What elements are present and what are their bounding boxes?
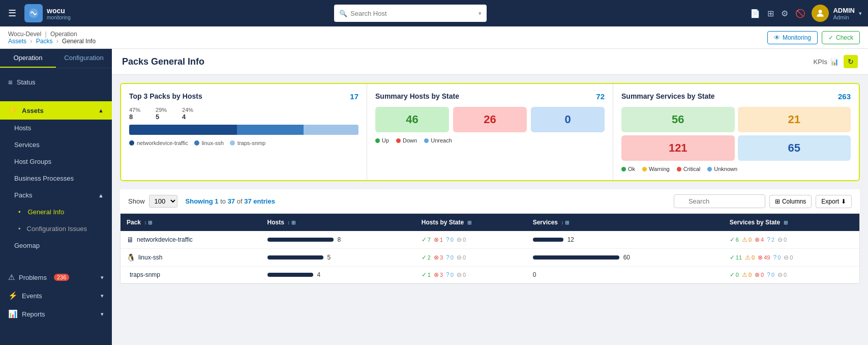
layout-icon[interactable]: ⊞ xyxy=(767,9,774,18)
dot-unknown xyxy=(707,167,712,171)
card3-title: Summary Services by State 263 xyxy=(621,92,851,101)
card-hosts-state: Summary Hosts by State 72 46 26 0 Up Dow… xyxy=(367,84,613,180)
legend-ok: Ok xyxy=(621,166,635,172)
sidebar-item-reports[interactable]: 📊 Reports ▾ xyxy=(0,305,112,323)
breadcrumb-assets[interactable]: Assets xyxy=(8,38,26,45)
cell-services: 60 xyxy=(527,249,724,267)
user-avatar xyxy=(812,5,829,22)
svc-warn-status: ⚠ 0 xyxy=(742,271,752,278)
search-host-bar[interactable]: 🔍 ▾ xyxy=(334,5,487,22)
check-button[interactable]: ✓ Check xyxy=(822,31,860,44)
sidebar-item-problems[interactable]: ⚠ Problems 236 ▾ xyxy=(0,268,112,286)
hosts-down-status: ⊗ 3 xyxy=(434,254,443,261)
monitoring-icon: 👁 xyxy=(774,34,780,41)
user-area[interactable]: ADMIN Admin ▾ xyxy=(812,5,862,22)
cell-pack-name: 🐧 linux-ssh xyxy=(121,249,261,267)
refresh-button[interactable]: ↻ xyxy=(844,55,858,68)
main-content: Packs General Info KPIs 📊 ↻ Top 3 Packs … xyxy=(112,49,868,345)
cell-hosts-state: ✓ 2 ⊗ 3 ? 0 ⊖ 0 xyxy=(415,249,527,267)
cell-services-state: ✓ 11 ⚠ 0 ⊗ 49 ? 0 ⊖ 0 xyxy=(724,249,859,267)
export-button[interactable]: Export ⬇ xyxy=(816,195,852,208)
hosts-progress-bar xyxy=(267,273,313,277)
svc-na-status: ⊖ 0 xyxy=(784,254,793,261)
sidebar-item-config-issues[interactable]: • Configuration Issues xyxy=(0,220,112,237)
cell-hosts: 8 xyxy=(261,231,415,249)
cell-hosts: 4 xyxy=(261,267,415,283)
content-header: Packs General Info KPIs 📊 ↻ xyxy=(112,49,868,75)
alert-icon[interactable]: 🚫 xyxy=(795,9,805,18)
hosts-progress-bar xyxy=(267,238,334,242)
cell-pack-name: traps-snmp xyxy=(121,267,261,283)
check-icon: ✓ xyxy=(828,34,833,41)
col-hosts[interactable]: Hosts ↕ ⊞ xyxy=(261,214,415,231)
tab-operation[interactable]: Operation xyxy=(0,49,56,68)
pack-icon: 🖥 xyxy=(127,236,134,244)
sidebar-item-geomap[interactable]: Geomap xyxy=(0,237,112,254)
bar-seg-1 xyxy=(129,125,237,135)
svc-progress-bar xyxy=(533,255,619,260)
svc-unk-status: ? 0 xyxy=(773,254,781,261)
columns-icon: ⊞ xyxy=(775,198,780,205)
packs-bar-chart xyxy=(129,125,358,135)
cell-hosts: 5 xyxy=(261,249,415,267)
document-icon[interactable]: 📄 xyxy=(750,9,760,18)
breadcrumb-packs[interactable]: Packs xyxy=(36,38,53,45)
search-host-input[interactable] xyxy=(350,10,475,17)
col-services[interactable]: Services ↕ ⊞ xyxy=(527,214,724,231)
svc-na-status: ⊖ 0 xyxy=(777,271,787,278)
search-chevron-icon[interactable]: ▾ xyxy=(478,10,482,17)
legend-down: Down xyxy=(396,137,417,143)
dot-warning xyxy=(642,167,647,171)
gear-icon[interactable]: ⚙ xyxy=(781,9,788,18)
user-info: ADMIN Admin xyxy=(833,7,855,20)
monitoring-button[interactable]: 👁 Monitoring xyxy=(767,31,818,44)
show-select: Show 100 50 25 xyxy=(128,195,177,208)
tab-configuration[interactable]: Configuration xyxy=(56,49,112,68)
legend-item-1: networkdevice-traffic xyxy=(129,140,188,146)
reports-icon: 📊 xyxy=(8,309,18,319)
sidebar-item-services[interactable]: Services xyxy=(0,136,112,153)
legend-unreach: Unreach xyxy=(424,137,452,143)
svc-ok-status: ✓ 11 xyxy=(730,254,742,261)
hosts-progress-bar xyxy=(267,255,323,260)
packs-chevron-icon: ▲ xyxy=(98,192,104,198)
sidebar-tabs: Operation Configuration xyxy=(0,49,112,68)
data-table-wrap: Pack ↕ ⊞ Hosts ↕ ⊞ Hosts by State ⊞ Se xyxy=(120,214,860,284)
card2-title: Summary Hosts by State 72 xyxy=(375,92,605,101)
svc-ok-card: 56 xyxy=(621,107,735,132)
bar-seg-2 xyxy=(237,125,304,135)
kpis-button[interactable]: KPIs 📊 xyxy=(814,58,839,66)
hosts-ok-status: ✓ 1 xyxy=(422,271,431,278)
hosts-na-status: ⊖ 0 xyxy=(457,254,466,261)
sidebar-item-business-processes[interactable]: Business Processes xyxy=(0,170,112,187)
show-entries-select[interactable]: 100 50 25 xyxy=(149,195,177,208)
sidebar-item-hosts[interactable]: Hosts xyxy=(0,120,112,136)
table-row: 🐧 linux-ssh 5 ✓ 2 ⊗ 3 ? 0 xyxy=(121,249,859,267)
hosts-state-legend: Up Down Unreach xyxy=(375,137,605,143)
sidebar-item-assets[interactable]: ⚡ Assets ▲ xyxy=(0,101,112,120)
hamburger-button[interactable]: ☰ xyxy=(6,6,18,21)
table-search-input[interactable] xyxy=(674,194,765,208)
sidebar-item-packs[interactable]: Packs ▲ xyxy=(0,187,112,204)
events-chevron-icon: ▾ xyxy=(101,293,104,299)
col-services-state[interactable]: Services by State ⊞ xyxy=(724,214,859,231)
hosts-down-card: 26 xyxy=(453,107,527,132)
packs-table: Pack ↕ ⊞ Hosts ↕ ⊞ Hosts by State ⊞ Se xyxy=(121,214,859,283)
sidebar-item-general-info[interactable]: General Info xyxy=(0,204,112,220)
user-chevron-icon[interactable]: ▾ xyxy=(859,10,862,17)
legend-warning: Warning xyxy=(642,166,670,172)
card-services-state: Summary Services by State 263 56 21 121 … xyxy=(613,84,859,180)
breadcrumb-general-info: General Info xyxy=(62,38,96,45)
export-icon: ⬇ xyxy=(841,198,846,205)
columns-button[interactable]: ⊞ Columns xyxy=(769,195,812,208)
bar-legend: networkdevice-traffic linux-ssh traps-sn… xyxy=(129,140,358,146)
sidebar-item-events[interactable]: ⚡ Events ▾ xyxy=(0,286,112,305)
dot-down xyxy=(396,138,401,143)
col-pack[interactable]: Pack ↕ ⊞ xyxy=(121,214,261,231)
search-wrap xyxy=(674,194,765,208)
sidebar-item-status[interactable]: ≡ Status xyxy=(0,73,112,91)
sidebar-item-host-groups[interactable]: Host Groups xyxy=(0,153,112,170)
legend-item-3: traps-snmp xyxy=(230,140,265,146)
col-hosts-state[interactable]: Hosts by State ⊞ xyxy=(415,214,527,231)
bar-seg-3 xyxy=(304,125,358,135)
